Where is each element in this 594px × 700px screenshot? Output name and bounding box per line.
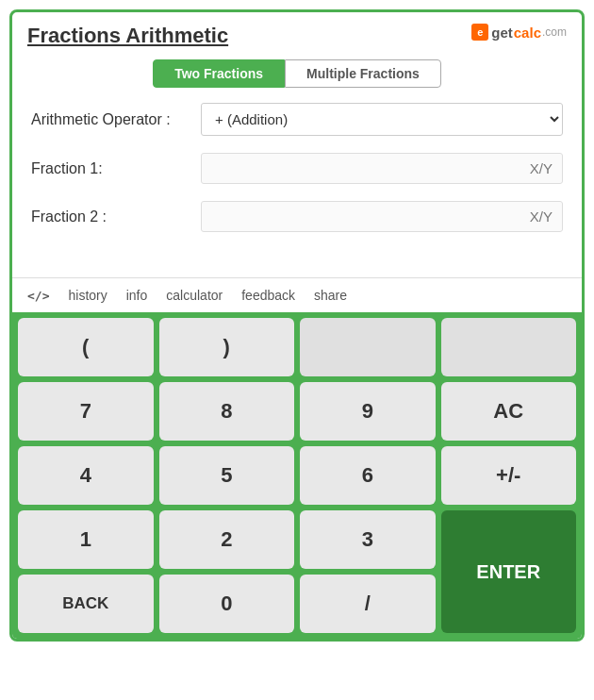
key-ac[interactable]: AC [441, 382, 577, 441]
key-plus-minus[interactable]: +/- [441, 446, 577, 505]
fraction2-control [201, 201, 563, 232]
header: Fractions Arithmetic egetcalc.com [12, 12, 582, 54]
key-6[interactable]: 6 [300, 446, 436, 505]
page-title: Fractions Arithmetic [27, 24, 228, 48]
operator-row: Arithmetic Operator : + (Addition) - (Su… [31, 103, 563, 136]
fraction1-row: Fraction 1: [31, 153, 563, 184]
key-row-2: 7 8 9 AC [18, 382, 576, 441]
key-enter[interactable]: ENTER [441, 510, 577, 633]
brand-logo: egetcalc.com [471, 24, 567, 41]
form-area: Arithmetic Operator : + (Addition) - (Su… [12, 97, 582, 277]
fraction1-label: Fraction 1: [31, 160, 201, 177]
key-empty-1 [300, 318, 436, 376]
brand-icon: e [471, 24, 488, 41]
fraction1-input[interactable] [201, 153, 563, 184]
operator-select[interactable]: + (Addition) - (Subtraction) × (Multipli… [201, 103, 563, 136]
toolbar: </> history info calculator feedback sha… [12, 278, 582, 312]
feedback-button[interactable]: feedback [241, 288, 295, 303]
tab-group: Two Fractions Multiple Fractions [12, 54, 582, 97]
operator-label: Arithmetic Operator : [31, 111, 201, 128]
key-3[interactable]: 3 [300, 510, 436, 569]
key-row-3: 4 5 6 +/- [18, 446, 576, 505]
key-open-paren[interactable]: ( [18, 318, 154, 376]
key-9[interactable]: 9 [300, 382, 436, 441]
fraction2-row: Fraction 2 : [31, 201, 563, 232]
key-0[interactable]: 0 [159, 575, 295, 633]
key-5[interactable]: 5 [159, 446, 295, 505]
fraction2-label: Fraction 2 : [31, 208, 201, 225]
fraction1-control [201, 153, 563, 184]
key-8[interactable]: 8 [159, 382, 295, 441]
fraction2-input[interactable] [201, 201, 563, 232]
embed-button[interactable]: </> [27, 289, 49, 303]
key-slash[interactable]: / [300, 575, 436, 633]
key-close-paren[interactable]: ) [159, 318, 295, 376]
keypad: ( ) 7 8 9 AC 4 5 6 +/- 1 2 3 ENTER BACK … [12, 312, 582, 639]
share-button[interactable]: share [314, 288, 347, 303]
key-1[interactable]: 1 [18, 510, 154, 569]
tab-multiple-fractions[interactable]: Multiple Fractions [285, 59, 441, 88]
info-button[interactable]: info [126, 288, 148, 303]
key-back[interactable]: BACK [18, 575, 154, 633]
tab-two-fractions[interactable]: Two Fractions [153, 59, 285, 88]
calculator-button[interactable]: calculator [166, 288, 223, 303]
key-rows-4-5: 1 2 3 ENTER BACK 0 / [18, 510, 576, 633]
key-4[interactable]: 4 [18, 446, 154, 505]
key-7[interactable]: 7 [18, 382, 154, 441]
key-2[interactable]: 2 [159, 510, 295, 569]
operator-control: + (Addition) - (Subtraction) × (Multipli… [201, 103, 563, 136]
key-row-1: ( ) [18, 318, 576, 376]
key-empty-2 [441, 318, 577, 376]
main-container: Fractions Arithmetic egetcalc.com Two Fr… [9, 9, 585, 642]
history-button[interactable]: history [68, 288, 107, 303]
